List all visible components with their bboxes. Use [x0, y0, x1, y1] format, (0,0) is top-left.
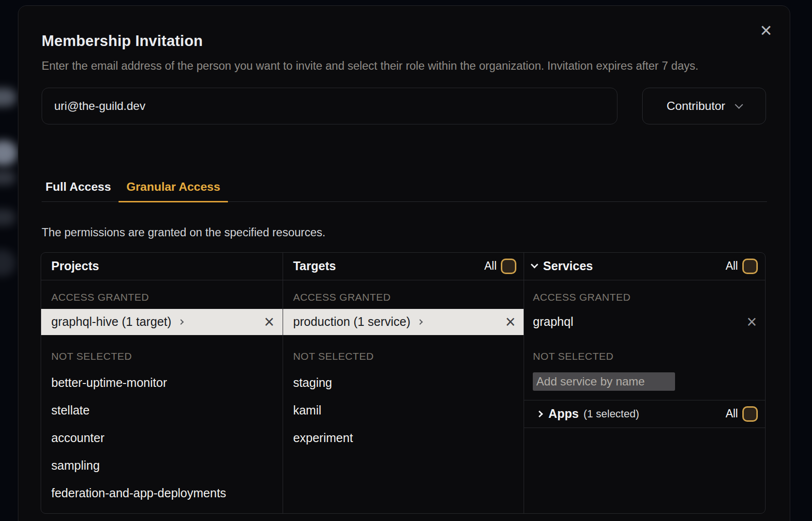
selected-target-label: production (1 service)	[293, 315, 411, 329]
targets-column: Targets All ACCESS GRANTED production (1…	[283, 253, 524, 513]
apps-row[interactable]: Apps (1 selected) All	[524, 400, 765, 428]
modal-description: Enter the email address of the person yo…	[42, 56, 758, 77]
apps-count: (1 selected)	[584, 408, 639, 420]
apps-all-label: All	[725, 407, 738, 420]
selected-service-row: graphql ×	[524, 309, 765, 335]
access-granted-label: ACCESS GRANTED	[524, 291, 765, 303]
chevron-right-icon	[418, 319, 423, 324]
not-selected-label: NOT SELECTED	[283, 351, 524, 362]
list-item[interactable]: kamil	[283, 403, 524, 417]
permissions-note: The permissions are granted on the speci…	[42, 224, 766, 241]
email-input[interactable]	[42, 88, 617, 124]
close-icon[interactable]: ×	[756, 21, 776, 40]
invite-row: Contributor	[42, 88, 766, 124]
list-item[interactable]: experiment	[283, 430, 524, 445]
list-item[interactable]: stellate	[41, 403, 283, 417]
list-item[interactable]: federation-and-app-deployments	[41, 486, 283, 500]
backdrop-artifact	[0, 170, 15, 185]
services-all-checkbox[interactable]	[742, 259, 758, 274]
modal-title: Membership Invitation	[42, 31, 766, 51]
chevron-right-icon	[536, 410, 543, 417]
backdrop-artifact	[0, 249, 15, 276]
selected-project-label: graphql-hive (1 target)	[51, 315, 171, 329]
selected-target-row[interactable]: production (1 service) ×	[283, 309, 524, 335]
targets-all-checkbox[interactable]	[501, 259, 516, 274]
membership-invitation-modal: × Membership Invitation Enter the email …	[18, 5, 790, 521]
services-all-label: All	[725, 260, 738, 273]
apps-title: Apps	[548, 407, 579, 421]
selected-project-row[interactable]: graphql-hive (1 target) ×	[41, 309, 283, 335]
backdrop-artifact	[0, 209, 15, 226]
projects-title: Projects	[51, 259, 99, 273]
list-item[interactable]: sampling	[41, 458, 283, 473]
tab-full-access[interactable]: Full Access	[42, 175, 119, 202]
list-item[interactable]: accounter	[41, 430, 283, 445]
services-column: Services All ACCESS GRANTED graphql × NO…	[524, 253, 765, 513]
chevron-right-icon	[179, 319, 184, 324]
tab-granular-access[interactable]: Granular Access	[119, 175, 228, 202]
chevron-down-icon	[735, 100, 743, 108]
list-item[interactable]: staging	[283, 375, 524, 390]
not-selected-label: NOT SELECTED	[41, 351, 283, 362]
projects-column: Projects ACCESS GRANTED graphql-hive (1 …	[41, 253, 283, 513]
add-service-input[interactable]	[533, 372, 675, 391]
backdrop-artifact	[0, 88, 16, 107]
projects-header: Projects	[41, 253, 283, 280]
role-select[interactable]: Contributor	[642, 88, 766, 124]
selected-service-label: graphql	[533, 315, 573, 329]
remove-project-icon[interactable]: ×	[264, 313, 274, 331]
access-tabs: Full Access Granular Access	[42, 175, 767, 202]
targets-header: Targets All	[283, 253, 524, 280]
list-item[interactable]: better-uptime-monitor	[41, 375, 283, 390]
remove-service-icon[interactable]: ×	[747, 313, 757, 331]
access-granted-label: ACCESS GRANTED	[283, 291, 524, 303]
not-selected-label: NOT SELECTED	[524, 351, 765, 362]
resources-panel: Projects ACCESS GRANTED graphql-hive (1 …	[41, 252, 766, 514]
services-header[interactable]: Services All	[524, 253, 765, 280]
remove-target-icon[interactable]: ×	[505, 313, 515, 331]
services-title: Services	[543, 259, 593, 273]
targets-all-label: All	[484, 260, 497, 273]
role-select-value: Contributor	[667, 99, 725, 113]
chevron-down-icon	[531, 261, 539, 269]
backdrop-artifact	[0, 140, 17, 166]
targets-title: Targets	[293, 259, 336, 273]
apps-all-checkbox[interactable]	[742, 406, 758, 422]
access-granted-label: ACCESS GRANTED	[41, 291, 283, 303]
